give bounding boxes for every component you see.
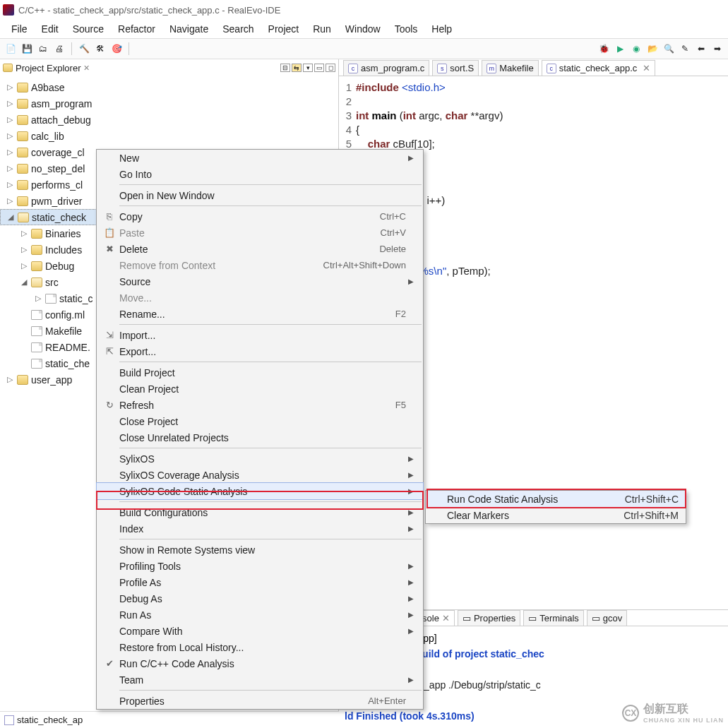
submenu-clear-markers[interactable]: Clear Markers Ctrl+Shift+M	[426, 507, 686, 523]
menu-refactor[interactable]: Refactor	[112, 22, 161, 36]
run-icon[interactable]: ▶	[614, 42, 626, 55]
ctx-debug-as[interactable]: Debug As ▶	[97, 590, 423, 607]
tree-item-attach-debug[interactable]: ▷ attach_debug	[0, 112, 338, 128]
twisty-icon[interactable]: ◢	[6, 213, 15, 222]
twisty-icon[interactable]: ▷	[6, 115, 14, 124]
open-icon[interactable]: 📂	[646, 42, 659, 55]
menu-source[interactable]: Source	[67, 22, 109, 36]
ctx-sylixos[interactable]: SylixOS ▶	[97, 450, 423, 467]
ctx-build-configurations[interactable]: Build Configurations ▶	[97, 504, 423, 520]
menu-edit[interactable]: Edit	[36, 22, 64, 36]
menu-icon[interactable]: ▾	[303, 64, 313, 72]
editor-tab-static-check-app-c[interactable]: cstatic_check_app.c✕	[542, 60, 656, 76]
ctx-sylixos-code-static-analysis[interactable]: SylixOS Code Static Analysis ▶	[97, 483, 423, 499]
editor-tab-asm-program-c[interactable]: casm_program.c	[343, 60, 429, 76]
tree-item-calc-lib[interactable]: ▷ calc_lib	[0, 128, 338, 144]
ctx-sylixos-coverage-analysis[interactable]: SylixOS Coverage Analysis ▶	[97, 467, 423, 483]
twisty-icon[interactable]: ▷	[20, 245, 28, 254]
ctx-close-unrelated-projects[interactable]: Close Unrelated Projects	[97, 429, 423, 446]
menu-project[interactable]: Project	[263, 22, 305, 36]
ctx-go-into[interactable]: Go Into	[97, 166, 423, 182]
bottom-tab-properties[interactable]: ▭Properties	[458, 610, 520, 626]
menu-tools[interactable]: Tools	[389, 22, 424, 36]
twisty-icon[interactable]: ▷	[6, 196, 14, 205]
nav-back-icon[interactable]: ⬅	[695, 42, 708, 55]
twisty-icon[interactable]: ▷	[6, 148, 14, 157]
twisty-icon[interactable]: ▷	[6, 164, 14, 173]
collapse-icon[interactable]: ⊟	[280, 64, 290, 72]
debug-icon[interactable]: 🐞	[597, 42, 610, 55]
ctx-team[interactable]: Team ▶	[97, 672, 423, 688]
submenu-static-analysis[interactable]: Run Code Static Analysis Ctrl+Shift+CCle…	[425, 490, 686, 524]
ctx-paste[interactable]: 📋 Paste Ctrl+V	[97, 225, 423, 241]
close-icon[interactable]: ✕	[643, 63, 650, 73]
menu-help[interactable]: Help	[426, 22, 458, 36]
ctx-build-project[interactable]: Build Project	[97, 364, 423, 381]
ctx-import-[interactable]: ⇲ Import...	[97, 327, 423, 343]
minimize-icon[interactable]: ▭	[314, 64, 324, 72]
print-icon[interactable]: 🖨	[53, 42, 66, 55]
menu-search[interactable]: Search	[217, 22, 259, 36]
ctx-compare-with[interactable]: Compare With ▶	[97, 623, 423, 639]
ctx-new[interactable]: New ▶	[97, 150, 423, 166]
save-all-icon[interactable]: 🗂	[37, 42, 49, 55]
twisty-icon[interactable]: ▷	[34, 294, 42, 303]
ctx-index[interactable]: Index ▶	[97, 520, 423, 537]
submenu-run-code-static-analysis[interactable]: Run Code Static Analysis Ctrl+Shift+C	[426, 491, 686, 507]
tree-item-a9base[interactable]: ▷ A9base	[0, 79, 338, 95]
code-line[interactable]	[356, 95, 728, 109]
ctx-profile-as[interactable]: Profile As ▶	[97, 574, 423, 590]
editor-tab-makefile[interactable]: mMakefile	[482, 60, 538, 76]
statusbar-file[interactable]: static_check_ap	[17, 715, 83, 725]
wand-icon[interactable]: ✎	[679, 42, 691, 55]
context-menu[interactable]: New ▶ Go Into Open in New Window ⎘ Copy …	[96, 149, 424, 710]
save-icon[interactable]: 💾	[20, 42, 33, 55]
ctx-run-as[interactable]: Run As ▶	[97, 607, 423, 623]
nav-fwd-icon[interactable]: ➡	[711, 42, 724, 55]
ctx-properties[interactable]: Properties Alt+Enter	[97, 693, 423, 709]
code-line[interactable]: #include <stdio.h>	[356, 80, 728, 95]
maximize-icon[interactable]: ◻	[326, 64, 335, 72]
profile-icon[interactable]: ◉	[630, 42, 643, 55]
twisty-icon[interactable]: ▷	[6, 131, 14, 141]
build-icon[interactable]: 🔨	[78, 42, 90, 55]
link-editor-icon[interactable]: ⇆	[292, 64, 302, 72]
close-icon[interactable]: ✕	[442, 613, 450, 623]
bottom-tab-terminals[interactable]: ▭Terminals	[523, 610, 584, 626]
ctx-copy[interactable]: ⎘ Copy Ctrl+C	[97, 208, 423, 225]
ctx-show-in-remote-systems-view[interactable]: Show in Remote Systems view	[97, 542, 423, 558]
ctx-open-in-new-window[interactable]: Open in New Window	[97, 187, 423, 203]
ctx-rename-[interactable]: Rename... F2	[97, 306, 423, 322]
ctx-restore-from-local-history-[interactable]: Restore from Local History...	[97, 639, 423, 655]
ctx-close-project[interactable]: Close Project	[97, 413, 423, 429]
bottom-tab-gcov[interactable]: ▭gcov	[587, 610, 627, 626]
ctx-delete[interactable]: ✖ Delete Delete	[97, 241, 423, 257]
menu-window[interactable]: Window	[340, 22, 386, 36]
code-line[interactable]: int main (int argc, char **argv)	[356, 109, 728, 123]
ctx-export-[interactable]: ⇱ Export...	[97, 343, 423, 359]
new-icon[interactable]: 📄	[4, 42, 17, 55]
twisty-icon[interactable]: ▷	[6, 99, 14, 108]
ctx-remove-from-context[interactable]: Remove from Context Ctrl+Alt+Shift+Down	[97, 257, 423, 273]
twisty-icon[interactable]: ▷	[20, 229, 28, 238]
twisty-icon[interactable]: ◢	[20, 278, 28, 287]
editor-tab-sort-s[interactable]: ssort.S	[432, 60, 479, 76]
ctx-clean-project[interactable]: Clean Project	[97, 381, 423, 397]
menu-file[interactable]: File	[6, 22, 33, 36]
twisty-icon[interactable]: ▷	[6, 180, 14, 189]
twisty-icon[interactable]: ▷	[20, 261, 28, 270]
ctx-move-[interactable]: Move...	[97, 290, 423, 306]
menu-navigate[interactable]: Navigate	[164, 22, 214, 36]
ctx-source[interactable]: Source ▶	[97, 273, 423, 290]
ctx-refresh[interactable]: ↻ Refresh F5	[97, 397, 423, 413]
target-icon[interactable]: 🎯	[110, 42, 123, 55]
build-all-icon[interactable]: 🛠	[94, 42, 107, 55]
search-icon[interactable]: 🔍	[662, 42, 675, 55]
twisty-icon[interactable]: ▷	[6, 375, 14, 384]
tree-item-asm-program[interactable]: ▷ asm_program	[0, 95, 338, 112]
code-line[interactable]: {	[356, 123, 728, 137]
ctx-run-c-c-code-analysis[interactable]: ✔ Run C/C++ Code Analysis	[97, 655, 423, 672]
twisty-icon[interactable]: ▷	[6, 83, 14, 92]
close-icon[interactable]: ✕	[83, 64, 90, 73]
ctx-profiling-tools[interactable]: Profiling Tools ▶	[97, 558, 423, 574]
